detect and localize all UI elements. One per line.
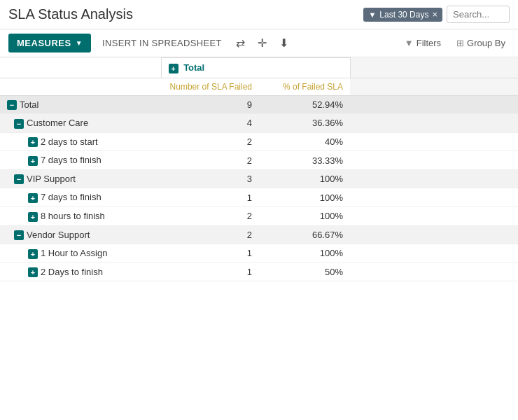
row-num-cell: 2 xyxy=(161,132,259,151)
row-label-cell: +7 days to finish xyxy=(0,188,161,207)
filters-button[interactable]: ▼ Filters xyxy=(400,35,445,51)
row-num-cell: 1 xyxy=(161,262,259,281)
expand-icon[interactable]: + xyxy=(28,193,38,203)
group-header-total: + Total xyxy=(161,58,350,78)
expand-icon[interactable]: + xyxy=(28,212,38,222)
table-row: −Customer Care436.36% xyxy=(0,114,518,133)
groupby-button[interactable]: ⊞ Group By xyxy=(452,35,510,51)
insert-spreadsheet-button[interactable]: INSERT IN SPREADSHEET xyxy=(98,35,226,51)
swap-icon-button[interactable]: ⇄ xyxy=(233,35,248,51)
table-row: +1 Hour to Assign1100% xyxy=(0,244,518,263)
toolbar: MEASURES ▼ INSERT IN SPREADSHEET ⇄ ✛ ⬇ ▼… xyxy=(0,29,518,57)
row-label: Vendor Support xyxy=(27,230,90,240)
filter-tag-label: Last 30 Days xyxy=(379,10,428,20)
row-num-cell: 2 xyxy=(161,206,259,225)
expand-icon[interactable]: + xyxy=(28,267,38,277)
total-expand-icon[interactable]: + xyxy=(169,64,178,74)
row-label-cell: −Total xyxy=(0,95,161,114)
right-pad-header xyxy=(350,58,518,78)
row-label: Customer Care xyxy=(27,118,88,128)
row-pct-cell: 100% xyxy=(259,169,350,188)
collapse-icon[interactable]: − xyxy=(14,119,24,129)
filter-remove-icon[interactable]: × xyxy=(432,10,438,19)
filters-label: Filters xyxy=(416,38,441,48)
row-right-pad xyxy=(350,188,518,207)
right-pad-col-header xyxy=(350,78,518,95)
table-row: +8 hours to finish2100% xyxy=(0,206,518,225)
header-controls: ▼ Last 30 Days × xyxy=(363,6,510,23)
row-num-cell: 2 xyxy=(161,225,259,244)
page-header: SLA Status Analysis ▼ Last 30 Days × xyxy=(0,0,518,29)
row-right-pad xyxy=(350,206,518,225)
row-num-cell: 4 xyxy=(161,114,259,133)
move-icon-button[interactable]: ✛ xyxy=(255,35,270,51)
sla-table: + Total Number of SLA Failed % of Failed… xyxy=(0,57,518,281)
table-row: −VIP Support3100% xyxy=(0,169,518,188)
row-right-pad xyxy=(350,151,518,170)
row-label: Total xyxy=(20,99,38,110)
row-pct-cell: 33.33% xyxy=(259,151,350,170)
row-label: VIP Support xyxy=(27,174,76,184)
filter-icon: ▼ xyxy=(405,38,414,48)
row-right-pad xyxy=(350,95,518,114)
row-num-cell: 2 xyxy=(161,151,259,170)
table-row: −Vendor Support266.67% xyxy=(0,225,518,244)
row-pct-cell: 36.36% xyxy=(259,114,350,133)
row-label: 1 Hour to Assign xyxy=(41,248,107,258)
groupby-icon: ⊞ xyxy=(456,38,464,48)
search-input[interactable] xyxy=(447,6,510,23)
row-label-cell: +1 Hour to Assign xyxy=(0,244,161,263)
table-group-header-row: + Total xyxy=(0,58,518,78)
row-label: 7 days to finish xyxy=(41,192,102,202)
table-row: −Total952.94% xyxy=(0,95,518,114)
label-col-header xyxy=(0,78,161,95)
row-pct-cell: 100% xyxy=(259,188,350,207)
row-right-pad xyxy=(350,169,518,188)
group-header-label: Total xyxy=(183,62,204,73)
row-num-cell: 3 xyxy=(161,169,259,188)
collapse-icon[interactable]: − xyxy=(14,174,24,184)
col-header-num: Number of SLA Failed xyxy=(161,78,259,95)
table-col-header-row: Number of SLA Failed % of Failed SLA xyxy=(0,78,518,95)
row-label-cell: +8 hours to finish xyxy=(0,206,161,225)
expand-icon[interactable]: + xyxy=(28,137,38,147)
expand-icon[interactable]: + xyxy=(28,156,38,166)
empty-corner xyxy=(0,58,161,78)
row-num-cell: 1 xyxy=(161,188,259,207)
row-pct-cell: 100% xyxy=(259,244,350,263)
expand-icon[interactable]: + xyxy=(28,249,38,259)
col-header-pct: % of Failed SLA xyxy=(259,78,350,95)
row-right-pad xyxy=(350,244,518,263)
funnel-icon: ▼ xyxy=(368,10,376,19)
groupby-label: Group By xyxy=(467,38,505,48)
row-label: 2 Days to finish xyxy=(41,267,103,277)
measures-label: MEASURES xyxy=(17,38,71,48)
collapse-icon[interactable]: − xyxy=(7,100,17,110)
row-pct-cell: 52.94% xyxy=(259,95,350,114)
row-right-pad xyxy=(350,262,518,281)
filter-tag[interactable]: ▼ Last 30 Days × xyxy=(363,8,442,22)
row-label-cell: −Vendor Support xyxy=(0,225,161,244)
row-num-cell: 1 xyxy=(161,244,259,263)
table-row: +7 days to finish1100% xyxy=(0,188,518,207)
dropdown-arrow-icon: ▼ xyxy=(76,39,83,47)
row-pct-cell: 40% xyxy=(259,132,350,151)
row-right-pad xyxy=(350,114,518,133)
measures-button[interactable]: MEASURES ▼ xyxy=(8,34,91,52)
table-row: +2 days to start240% xyxy=(0,132,518,151)
row-label: 7 days to finish xyxy=(41,155,102,165)
row-label: 8 hours to finish xyxy=(41,211,105,221)
row-pct-cell: 100% xyxy=(259,206,350,225)
row-pct-cell: 50% xyxy=(259,262,350,281)
download-icon-button[interactable]: ⬇ xyxy=(276,35,291,51)
row-label-cell: +7 days to finish xyxy=(0,151,161,170)
row-label-cell: −VIP Support xyxy=(0,169,161,188)
table-container: + Total Number of SLA Failed % of Failed… xyxy=(0,57,518,413)
page-title: SLA Status Analysis xyxy=(8,6,133,22)
row-pct-cell: 66.67% xyxy=(259,225,350,244)
row-right-pad xyxy=(350,132,518,151)
row-label-cell: −Customer Care xyxy=(0,114,161,133)
collapse-icon[interactable]: − xyxy=(14,230,24,240)
row-num-cell: 9 xyxy=(161,95,259,114)
row-label-cell: +2 days to start xyxy=(0,132,161,151)
